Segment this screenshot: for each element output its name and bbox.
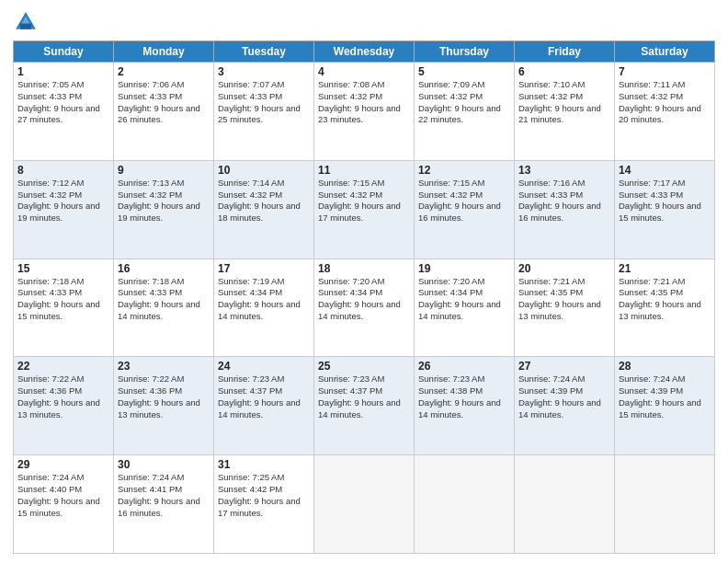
col-header-tuesday: Tuesday [214, 41, 314, 63]
day-number: 8 [17, 164, 109, 177]
week-row-3: 15Sunrise: 7:18 AM Sunset: 4:33 PM Dayli… [14, 259, 715, 357]
day-number: 16 [118, 262, 210, 275]
day-cell: 19Sunrise: 7:20 AM Sunset: 4:34 PM Dayli… [415, 259, 515, 357]
svg-rect-2 [20, 24, 31, 29]
day-info: Sunrise: 7:16 AM Sunset: 4:33 PM Dayligh… [518, 178, 610, 224]
day-number: 27 [518, 360, 610, 373]
day-info: Sunrise: 7:20 AM Sunset: 4:34 PM Dayligh… [318, 276, 410, 323]
day-number: 21 [619, 262, 711, 275]
col-header-thursday: Thursday [415, 41, 515, 63]
day-cell: 15Sunrise: 7:18 AM Sunset: 4:33 PM Dayli… [14, 259, 114, 357]
col-header-sunday: Sunday [14, 41, 114, 63]
week-row-1: 1Sunrise: 7:05 AM Sunset: 4:33 PM Daylig… [14, 63, 715, 161]
day-info: Sunrise: 7:08 AM Sunset: 4:32 PM Dayligh… [318, 79, 410, 126]
day-info: Sunrise: 7:23 AM Sunset: 4:37 PM Dayligh… [218, 373, 310, 420]
day-info: Sunrise: 7:15 AM Sunset: 4:32 PM Dayligh… [418, 178, 510, 224]
col-header-wednesday: Wednesday [314, 41, 415, 63]
day-cell: 22Sunrise: 7:22 AM Sunset: 4:36 PM Dayli… [14, 357, 114, 455]
day-number: 10 [218, 164, 310, 177]
day-info: Sunrise: 7:12 AM Sunset: 4:32 PM Dayligh… [17, 178, 109, 224]
day-number: 28 [619, 360, 711, 373]
day-info: Sunrise: 7:09 AM Sunset: 4:32 PM Dayligh… [418, 79, 510, 126]
day-number: 24 [218, 360, 310, 373]
col-header-saturday: Saturday [615, 41, 715, 63]
day-info: Sunrise: 7:07 AM Sunset: 4:33 PM Dayligh… [218, 79, 310, 126]
day-cell: 11Sunrise: 7:15 AM Sunset: 4:32 PM Dayli… [314, 160, 415, 259]
day-number: 31 [218, 458, 310, 471]
day-info: Sunrise: 7:23 AM Sunset: 4:37 PM Dayligh… [318, 373, 410, 420]
header [13, 9, 715, 35]
day-cell: 25Sunrise: 7:23 AM Sunset: 4:37 PM Dayli… [314, 357, 415, 455]
day-number: 4 [318, 65, 410, 78]
day-number: 29 [17, 458, 109, 471]
col-header-friday: Friday [515, 41, 615, 63]
day-number: 2 [118, 65, 210, 78]
day-cell: 3Sunrise: 7:07 AM Sunset: 4:33 PM Daylig… [214, 63, 314, 161]
week-row-2: 8Sunrise: 7:12 AM Sunset: 4:32 PM Daylig… [14, 160, 715, 259]
day-number: 11 [318, 164, 410, 177]
day-number: 20 [518, 262, 610, 275]
day-cell: 10Sunrise: 7:14 AM Sunset: 4:32 PM Dayli… [214, 160, 314, 259]
day-number: 5 [418, 65, 510, 78]
day-info: Sunrise: 7:11 AM Sunset: 4:32 PM Dayligh… [619, 79, 711, 126]
day-number: 22 [17, 360, 109, 373]
day-number: 7 [619, 65, 711, 78]
day-info: Sunrise: 7:21 AM Sunset: 4:35 PM Dayligh… [518, 276, 610, 323]
day-number: 18 [318, 262, 410, 275]
day-cell: 9Sunrise: 7:13 AM Sunset: 4:32 PM Daylig… [114, 160, 214, 259]
day-number: 3 [218, 65, 310, 78]
day-info: Sunrise: 7:15 AM Sunset: 4:32 PM Dayligh… [318, 178, 410, 224]
day-cell: 20Sunrise: 7:21 AM Sunset: 4:35 PM Dayli… [515, 259, 615, 357]
day-info: Sunrise: 7:24 AM Sunset: 4:39 PM Dayligh… [518, 373, 610, 420]
day-cell: 31Sunrise: 7:25 AM Sunset: 4:42 PM Dayli… [214, 455, 314, 554]
day-number: 6 [518, 65, 610, 78]
day-number: 15 [17, 262, 109, 275]
day-cell [515, 455, 615, 554]
calendar: SundayMondayTuesdayWednesdayThursdayFrid… [13, 40, 715, 554]
day-cell: 21Sunrise: 7:21 AM Sunset: 4:35 PM Dayli… [615, 259, 715, 357]
day-info: Sunrise: 7:21 AM Sunset: 4:35 PM Dayligh… [619, 276, 711, 323]
day-info: Sunrise: 7:06 AM Sunset: 4:33 PM Dayligh… [118, 79, 210, 126]
day-cell: 8Sunrise: 7:12 AM Sunset: 4:32 PM Daylig… [14, 160, 114, 259]
week-row-4: 22Sunrise: 7:22 AM Sunset: 4:36 PM Dayli… [14, 357, 715, 455]
day-number: 26 [418, 360, 510, 373]
day-cell: 7Sunrise: 7:11 AM Sunset: 4:32 PM Daylig… [615, 63, 715, 161]
day-cell: 26Sunrise: 7:23 AM Sunset: 4:38 PM Dayli… [415, 357, 515, 455]
day-cell: 1Sunrise: 7:05 AM Sunset: 4:33 PM Daylig… [14, 63, 114, 161]
day-info: Sunrise: 7:24 AM Sunset: 4:40 PM Dayligh… [17, 472, 109, 519]
day-info: Sunrise: 7:22 AM Sunset: 4:36 PM Dayligh… [17, 373, 109, 420]
day-cell: 13Sunrise: 7:16 AM Sunset: 4:33 PM Dayli… [515, 160, 615, 259]
day-info: Sunrise: 7:18 AM Sunset: 4:33 PM Dayligh… [17, 276, 109, 323]
day-number: 23 [118, 360, 210, 373]
logo-icon [13, 9, 39, 35]
day-cell: 24Sunrise: 7:23 AM Sunset: 4:37 PM Dayli… [214, 357, 314, 455]
day-number: 17 [218, 262, 310, 275]
day-number: 9 [118, 164, 210, 177]
day-info: Sunrise: 7:23 AM Sunset: 4:38 PM Dayligh… [418, 373, 510, 420]
day-cell: 18Sunrise: 7:20 AM Sunset: 4:34 PM Dayli… [314, 259, 415, 357]
day-info: Sunrise: 7:10 AM Sunset: 4:32 PM Dayligh… [518, 79, 610, 126]
day-info: Sunrise: 7:17 AM Sunset: 4:33 PM Dayligh… [619, 178, 711, 224]
day-cell [314, 455, 415, 554]
day-number: 1 [17, 65, 109, 78]
day-number: 25 [318, 360, 410, 373]
day-info: Sunrise: 7:22 AM Sunset: 4:36 PM Dayligh… [118, 373, 210, 420]
day-cell: 29Sunrise: 7:24 AM Sunset: 4:40 PM Dayli… [14, 455, 114, 554]
col-header-monday: Monday [114, 41, 214, 63]
day-cell: 12Sunrise: 7:15 AM Sunset: 4:32 PM Dayli… [415, 160, 515, 259]
day-number: 30 [118, 458, 210, 471]
day-number: 13 [518, 164, 610, 177]
day-cell: 2Sunrise: 7:06 AM Sunset: 4:33 PM Daylig… [114, 63, 214, 161]
day-cell: 17Sunrise: 7:19 AM Sunset: 4:34 PM Dayli… [214, 259, 314, 357]
page: SundayMondayTuesdayWednesdayThursdayFrid… [0, 0, 728, 563]
day-number: 14 [619, 164, 711, 177]
header-row: SundayMondayTuesdayWednesdayThursdayFrid… [14, 41, 715, 63]
day-cell: 14Sunrise: 7:17 AM Sunset: 4:33 PM Dayli… [615, 160, 715, 259]
day-info: Sunrise: 7:25 AM Sunset: 4:42 PM Dayligh… [218, 472, 310, 519]
day-cell: 23Sunrise: 7:22 AM Sunset: 4:36 PM Dayli… [114, 357, 214, 455]
day-cell: 5Sunrise: 7:09 AM Sunset: 4:32 PM Daylig… [415, 63, 515, 161]
day-number: 19 [418, 262, 510, 275]
day-cell: 30Sunrise: 7:24 AM Sunset: 4:41 PM Dayli… [114, 455, 214, 554]
day-info: Sunrise: 7:20 AM Sunset: 4:34 PM Dayligh… [418, 276, 510, 323]
day-info: Sunrise: 7:05 AM Sunset: 4:33 PM Dayligh… [17, 79, 109, 126]
